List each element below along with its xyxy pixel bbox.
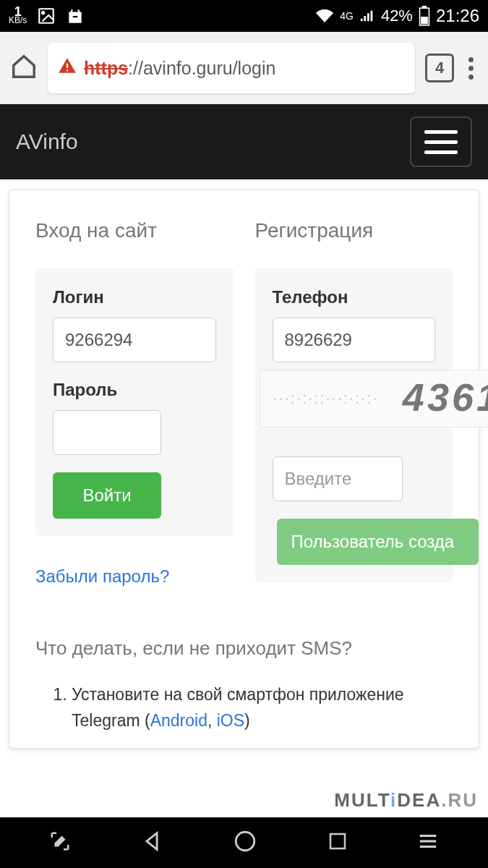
tab-count[interactable]: 4 (425, 54, 454, 82)
svg-point-5 (236, 832, 255, 851)
battery-percent: 42% (381, 7, 413, 25)
battery-icon (419, 6, 430, 26)
register-panel: Телефон ···:·:·::···:·:·:· 4361 Пользова… (255, 268, 453, 582)
svg-point-1 (42, 12, 44, 14)
recent-icon[interactable] (327, 830, 348, 855)
forgot-password-link[interactable]: Забыли пароль? (35, 566, 169, 587)
status-left: 1 KB/s (9, 7, 85, 25)
login-column: Вход на сайт Логин Пароль Войти Забыли п… (35, 219, 234, 587)
login-heading: Вход на сайт (35, 219, 234, 242)
warning-icon (58, 56, 77, 80)
faq-heading: Что делать, если не приходит SMS? (35, 637, 453, 660)
site-header: AVinfo (0, 104, 488, 179)
android-status-bar: 1 KB/s 4G 42% 21:26 (0, 0, 488, 32)
url-rest: avinfo.guru/login (143, 58, 275, 79)
captcha-image: ···:·:·::···:·:·:· 4361 (260, 370, 489, 427)
faq-item-1: Установите на свой смартфон приложение T… (72, 681, 453, 733)
captcha-digits: 4361 (403, 375, 488, 420)
home-icon[interactable] (10, 53, 38, 83)
android-link[interactable]: Android (150, 711, 207, 730)
wifi-icon (315, 7, 334, 25)
browser-toolbar: https://avinfo.guru/login 4 (0, 32, 488, 104)
image-icon (37, 7, 56, 25)
home-nav-icon[interactable] (233, 829, 257, 856)
menu-icon[interactable] (464, 57, 478, 80)
url-sep: :// (128, 58, 143, 79)
login-panel: Логин Пароль Войти (35, 268, 234, 536)
signal-icon (359, 8, 375, 24)
menu-nav-icon[interactable] (417, 830, 439, 855)
register-column: Регистрация Телефон ···:·:·::···:·:·:· 4… (255, 219, 453, 587)
kbs-unit: KB/s (9, 16, 27, 25)
svg-rect-3 (422, 6, 427, 8)
url-scheme: https (84, 58, 128, 79)
phone-input[interactable] (273, 318, 436, 362)
password-input[interactable] (53, 410, 161, 455)
captcha-input[interactable] (273, 456, 403, 501)
status-right: 4G 42% 21:26 (315, 6, 479, 26)
page-content: Вход на сайт Логин Пароль Войти Забыли п… (0, 179, 488, 749)
edit-icon[interactable] (49, 830, 71, 855)
hamburger-icon[interactable] (410, 116, 472, 167)
url-bar[interactable]: https://avinfo.guru/login (48, 43, 415, 93)
svg-rect-4 (421, 17, 428, 24)
login-button[interactable]: Войти (53, 472, 161, 519)
network-speed: 1 KB/s (9, 7, 27, 25)
login-label: Логин (53, 287, 216, 307)
ios-link[interactable]: iOS (217, 711, 244, 730)
shopping-icon (66, 7, 85, 25)
password-label: Пароль (53, 380, 216, 400)
watermark: MULTiDEA.RU (334, 789, 478, 812)
register-heading: Регистрация (255, 219, 453, 242)
network-type: 4G (340, 10, 354, 22)
site-title: AVinfo (16, 129, 78, 154)
back-icon[interactable] (140, 829, 164, 856)
svg-rect-0 (40, 9, 54, 23)
phone-label: Телефон (273, 287, 436, 307)
faq-section: Что делать, если не приходит SMS? Устано… (35, 637, 453, 733)
clock: 21:26 (436, 6, 479, 26)
register-button[interactable]: Пользователь созда (277, 519, 479, 565)
svg-rect-6 (330, 834, 345, 848)
android-nav-bar (0, 817, 488, 868)
auth-card: Вход на сайт Логин Пароль Войти Забыли п… (9, 190, 479, 749)
login-input[interactable] (53, 318, 216, 362)
